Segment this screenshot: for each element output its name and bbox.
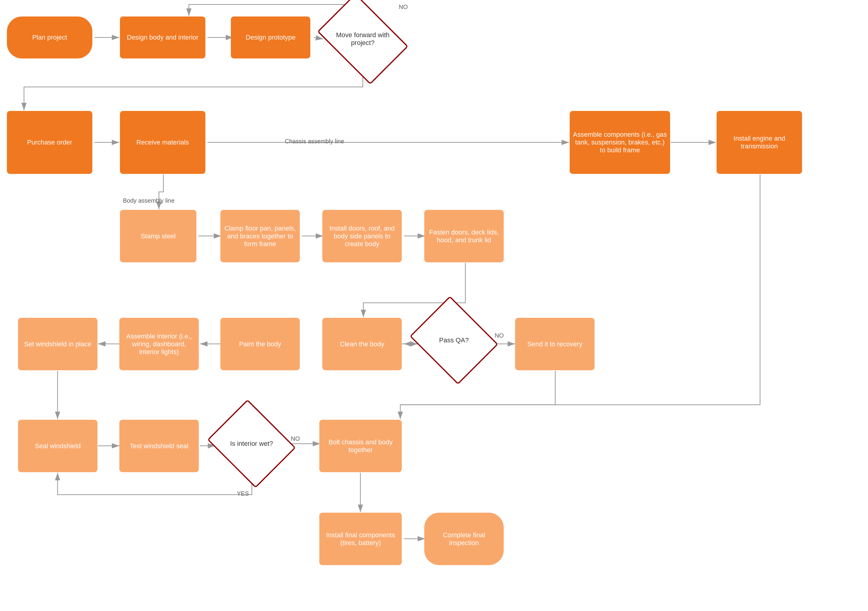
label-no-wet: NO xyxy=(291,435,300,442)
paint-body-node: Paint the body xyxy=(220,318,300,370)
test-seal-node: Test windshield seal xyxy=(119,420,199,472)
seal-windshield-node: Seal windshield xyxy=(18,420,98,472)
design-prototype-node: Design prototype xyxy=(231,17,310,59)
diagram-container: NO YES Chassis assembly line Body assemb… xyxy=(0,0,868,611)
label-no-qa: NO xyxy=(495,332,504,339)
assemble-interior-node: Assemble interior (i.e., wiring, dashboa… xyxy=(119,318,199,370)
receive-materials-node: Receive materials xyxy=(120,111,205,174)
pass-qa-diamond: Pass QA? xyxy=(417,309,491,372)
label-chassis-line: Chassis assembly line xyxy=(285,138,344,145)
label-body-line: Body assembly line xyxy=(123,197,175,204)
is-wet-diamond: Is interior wet? xyxy=(214,412,289,475)
design-body-node: Design body and interior xyxy=(120,17,205,59)
stamp-steel-node: Stamp steel xyxy=(120,210,196,262)
clamp-floor-pan-node: Clamp floor pan, panels, and braces toge… xyxy=(220,210,300,262)
install-final-node: Install final components (tires, battery… xyxy=(319,513,402,565)
label-yes-wet: YES xyxy=(237,490,249,497)
install-doors-node: Install doors, roof, and body side panel… xyxy=(322,210,402,262)
clean-body-node: Clean the body xyxy=(322,318,402,370)
final-inspection-node: Complete final inspection xyxy=(424,513,504,565)
recovery-node: Send it to recovery xyxy=(515,318,595,370)
purchase-order-node: Purchase order xyxy=(7,111,92,174)
bolt-chassis-node: Bolt chassis and body together xyxy=(319,420,402,472)
svg-line-3 xyxy=(314,37,323,39)
assemble-components-node: Assemble components (i.e., gas tank, sus… xyxy=(570,111,670,174)
set-windshield-node: Set windshield in place xyxy=(18,318,98,370)
plan-project-node: Plan project xyxy=(7,17,92,59)
install-engine-node: Install engine and transmission xyxy=(716,111,802,174)
move-forward-diamond: Move forward with project? xyxy=(322,9,403,69)
fasten-doors-node: Fasten doors, deck lids, hood, and trunk… xyxy=(424,210,504,262)
